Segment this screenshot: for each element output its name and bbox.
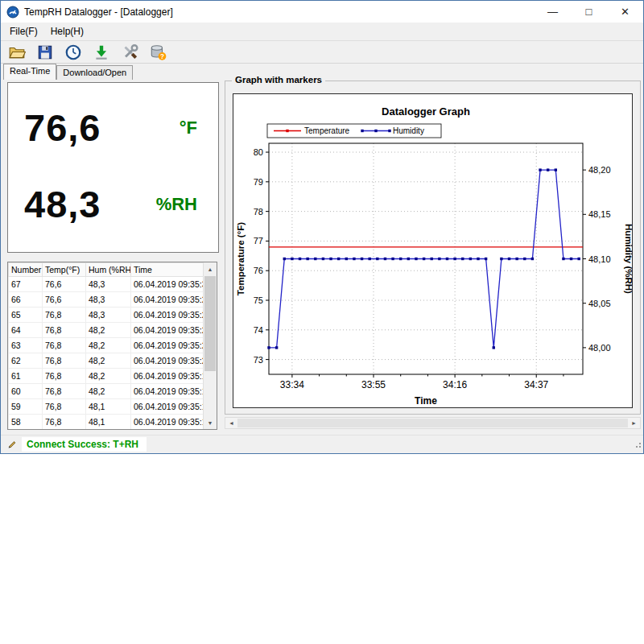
datalogger-chart-svg: Datalogger Graph737475767778798048,0048,… xyxy=(233,94,632,407)
table-row[interactable]: 6776,648,306.04.2019 09:35:31 xyxy=(9,277,204,292)
table-row[interactable]: 6476,848,206.04.2019 09:35:25 xyxy=(9,323,204,338)
svg-text:77: 77 xyxy=(254,236,263,246)
save-button[interactable] xyxy=(33,42,57,62)
scroll-right-icon[interactable]: ► xyxy=(628,418,640,428)
data-table-header-row: NumberTemp(°F)Hum (%RH)Time xyxy=(9,263,204,277)
table-cell: 76,6 xyxy=(43,277,86,292)
svg-text:48,05: 48,05 xyxy=(588,299,611,308)
menubar: File(F) Help(H) xyxy=(1,23,643,40)
open-folder-icon xyxy=(8,43,26,61)
temperature-value: 76,6 xyxy=(24,105,101,150)
table-row[interactable]: 6576,848,306.04.2019 09:35:27 xyxy=(9,308,204,323)
scrollbar-thumb[interactable] xyxy=(204,276,216,371)
table-row[interactable]: 6376,848,206.04.2019 09:35:23 xyxy=(9,338,204,353)
download-button[interactable] xyxy=(89,42,114,62)
tab-download-open[interactable]: Download/Open xyxy=(56,65,133,80)
close-button[interactable]: ✕ xyxy=(607,1,643,23)
scroll-left-icon[interactable]: ◄ xyxy=(225,418,237,428)
table-cell: 48,1 xyxy=(86,415,131,430)
svg-text:74: 74 xyxy=(254,325,263,335)
connect-button[interactable]: ? xyxy=(146,42,170,62)
maximize-button[interactable]: □ xyxy=(571,1,607,23)
table-cell: 06.04.2019 09:35:31 xyxy=(131,277,204,292)
table-row[interactable]: 6176,848,206.04.2019 09:35:18 xyxy=(9,369,204,384)
table-cell: 76,8 xyxy=(43,338,86,353)
table-row[interactable]: 6076,848,206.04.2019 09:35:16 xyxy=(9,384,204,399)
menu-help[interactable]: Help(H) xyxy=(44,24,90,39)
table-column-header[interactable]: Time xyxy=(131,263,204,277)
statusbar: Connect Success: T+RH xyxy=(1,435,643,453)
tab-real-time[interactable]: Real-Time xyxy=(3,64,56,80)
history-button[interactable] xyxy=(61,42,85,62)
svg-text:80: 80 xyxy=(254,147,263,157)
svg-text:Time: Time xyxy=(415,395,437,407)
log-table: NumberTemp(°F)Hum (%RH)Time 6776,648,306… xyxy=(8,262,204,430)
resize-grip[interactable] xyxy=(636,446,638,448)
table-cell: 76,8 xyxy=(43,369,86,384)
svg-text:48,20: 48,20 xyxy=(588,165,611,175)
table-cell: 06.04.2019 09:35:16 xyxy=(131,384,204,399)
graph-horizontal-scrollbar[interactable]: ◄ ► xyxy=(225,417,641,429)
app-window: TempRH Datalogger - [Datalogger] — □ ✕ F… xyxy=(0,0,644,454)
table-cell: 63 xyxy=(9,338,43,353)
table-cell: 76,8 xyxy=(43,323,86,338)
table-cell: 58 xyxy=(9,415,43,430)
table-vertical-scrollbar[interactable]: ▲ ▼ xyxy=(203,262,217,429)
table-cell: 06.04.2019 09:35:14 xyxy=(131,399,204,415)
svg-text:Humidity (%RH): Humidity (%RH) xyxy=(624,224,632,294)
tools-icon xyxy=(121,43,138,61)
table-cell: 06.04.2019 09:35:29 xyxy=(131,292,204,308)
svg-text:Humidity: Humidity xyxy=(393,126,424,135)
table-cell: 66 xyxy=(9,292,43,308)
table-row[interactable]: 5976,848,106.04.2019 09:35:14 xyxy=(9,399,204,415)
settings-button[interactable] xyxy=(118,42,142,62)
table-cell: 48,2 xyxy=(86,369,131,384)
datalogger-chart: Datalogger Graph737475767778798048,0048,… xyxy=(233,93,633,408)
app-icon xyxy=(6,6,19,19)
table-row[interactable]: 6276,848,206.04.2019 09:35:21 xyxy=(9,353,204,369)
table-cell: 65 xyxy=(9,308,43,323)
scroll-down-icon[interactable]: ▼ xyxy=(204,416,217,429)
svg-text:33:55: 33:55 xyxy=(361,379,386,390)
table-cell: 48,3 xyxy=(86,292,131,308)
table-column-header[interactable]: Temp(°F) xyxy=(43,263,86,277)
table-column-header[interactable]: Hum (%RH) xyxy=(86,263,131,277)
titlebar: TempRH Datalogger - [Datalogger] — □ ✕ xyxy=(1,1,643,23)
table-cell: 48,3 xyxy=(86,308,131,323)
table-row[interactable]: 6676,648,306.04.2019 09:35:29 xyxy=(9,292,204,308)
table-row[interactable]: 5876,848,106.04.2019 09:35:12 xyxy=(9,415,204,430)
svg-text:34:37: 34:37 xyxy=(524,379,548,390)
graph-groupbox-title: Graph with markers xyxy=(232,75,325,85)
table-cell: 06.04.2019 09:35:25 xyxy=(131,323,204,338)
table-cell: 76,8 xyxy=(43,384,86,399)
menu-file[interactable]: File(F) xyxy=(3,24,44,39)
table-cell: 06.04.2019 09:35:27 xyxy=(131,308,204,323)
graph-groupbox: Graph with markers Datalogger Graph73747… xyxy=(225,80,641,415)
toolbar: ? xyxy=(1,40,643,64)
hscrollbar-thumb[interactable] xyxy=(237,419,628,427)
open-folder-button[interactable] xyxy=(5,42,29,62)
svg-text:78: 78 xyxy=(254,207,263,217)
temperature-readout: 76,6 °F xyxy=(24,105,197,150)
table-cell: 76,8 xyxy=(43,399,86,415)
table-cell: 76,8 xyxy=(43,308,86,323)
temperature-unit: °F xyxy=(180,118,197,138)
table-cell: 62 xyxy=(9,353,43,369)
table-cell: 48,2 xyxy=(86,384,131,399)
svg-text:76: 76 xyxy=(254,266,263,275)
svg-text:34:16: 34:16 xyxy=(443,379,467,390)
table-cell: 48,3 xyxy=(86,277,131,292)
save-icon xyxy=(36,43,54,61)
scroll-up-icon[interactable]: ▲ xyxy=(204,262,217,275)
table-cell: 64 xyxy=(9,323,43,338)
status-message: Connect Success: T+RH xyxy=(22,437,147,452)
table-cell: 48,1 xyxy=(86,399,131,415)
svg-text:33:34: 33:34 xyxy=(280,379,304,390)
minimize-button[interactable]: — xyxy=(535,1,571,23)
svg-text:48,00: 48,00 xyxy=(588,343,611,353)
log-table-panel: NumberTemp(°F)Hum (%RH)Time 6776,648,306… xyxy=(7,262,217,430)
table-cell: 61 xyxy=(9,369,43,384)
svg-text:75: 75 xyxy=(254,295,263,305)
table-column-header[interactable]: Number xyxy=(9,263,43,277)
svg-text:73: 73 xyxy=(254,355,263,365)
